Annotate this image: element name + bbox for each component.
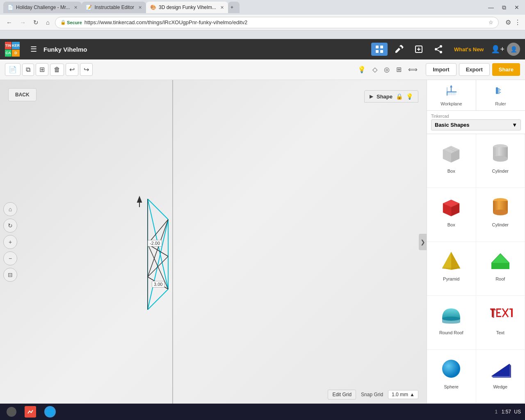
- svg-marker-87: [491, 364, 509, 376]
- viewport-collapse-button[interactable]: ❯: [419, 234, 427, 250]
- shape-item-box-grey[interactable]: Box: [427, 134, 476, 188]
- view-align-button[interactable]: ⊞: [394, 64, 404, 75]
- snap-grid-value[interactable]: 1.0 mm ▲: [388, 390, 418, 399]
- layers-button[interactable]: ⊟: [3, 268, 17, 282]
- viewport-background: [0, 80, 427, 404]
- redo-button[interactable]: ↪: [80, 63, 93, 76]
- bookmark-icon[interactable]: ☆: [488, 19, 493, 25]
- svg-line-14: [148, 219, 168, 310]
- duplicate-button[interactable]: ⊞: [36, 63, 48, 76]
- shape-visibility-button[interactable]: 💡: [406, 93, 413, 100]
- zoom-out-button[interactable]: −: [3, 251, 17, 265]
- view-normal-button[interactable]: 💡: [355, 64, 368, 75]
- shape-item-pyramid-yellow[interactable]: Pyramid: [427, 242, 476, 296]
- restore-button[interactable]: ⧉: [500, 3, 509, 12]
- export-button[interactable]: Export: [459, 63, 490, 76]
- measure-bottom: 3.00: [152, 281, 164, 288]
- shape-thumb-roof-green: [486, 247, 514, 275]
- home-button[interactable]: ⌂: [44, 18, 52, 27]
- top-nav: TIN KER CA D ☰ Funky Vihelmo: [0, 39, 525, 59]
- view-controls-left: ⌂ ↻ + − ⊟: [3, 202, 17, 282]
- tab-instructable[interactable]: 📝 Instructable Editor ✕: [82, 2, 146, 13]
- shape-item-round-roof[interactable]: Round Roof: [427, 296, 476, 349]
- view-xray-button[interactable]: ◎: [381, 64, 392, 75]
- copy-button[interactable]: ⧉: [22, 64, 34, 76]
- export-button-nav[interactable]: [411, 43, 427, 56]
- tab-holiday[interactable]: 📄 Holiday Challenge - Mr... ✕: [3, 2, 82, 13]
- shape-item-cylinder-orange[interactable]: Cylinder: [476, 188, 525, 242]
- taskbar: 🌐 1 1:57 US: [0, 404, 525, 420]
- shape-item-roof-green[interactable]: Roof: [476, 242, 525, 296]
- back-button[interactable]: BACK: [8, 88, 37, 101]
- shape-header: ▶ Shape 🔒 💡: [364, 90, 418, 103]
- svg-marker-89: [509, 364, 511, 378]
- tab-title-instructable: Instructable Editor: [94, 5, 134, 10]
- extensions-icon[interactable]: ⚙: [505, 18, 511, 26]
- shape-item-wedge[interactable]: Wedge: [476, 350, 525, 404]
- action-buttons: Import Export Share: [426, 63, 520, 76]
- shape-item-cylinder-grey[interactable]: Cylinder: [476, 134, 525, 188]
- minimize-button[interactable]: —: [486, 3, 496, 12]
- zoom-in-button[interactable]: +: [3, 235, 17, 249]
- tab-close-instructable[interactable]: ✕: [138, 5, 142, 10]
- taskbar-region: US: [514, 409, 521, 415]
- dropdown-arrow-icon: ▼: [512, 122, 517, 128]
- shapes-category-dropdown[interactable]: Tinkercad Basic Shapes ▼: [427, 111, 525, 134]
- avatar[interactable]: 👤: [507, 43, 520, 56]
- edit-grid-button[interactable]: Edit Grid: [328, 390, 356, 399]
- delete-button[interactable]: 🗑: [50, 64, 64, 76]
- tab-tinkercad[interactable]: 🎨 3D design Funky Vihelm... ✕: [146, 2, 228, 13]
- shape-lock-button[interactable]: 🔒: [396, 93, 403, 100]
- category-select[interactable]: Basic Shapes ▼: [431, 119, 521, 130]
- shape-item-text[interactable]: Text: [476, 296, 525, 349]
- home-view-button[interactable]: ⌂: [3, 202, 17, 216]
- menu-icon[interactable]: ⋮: [514, 18, 521, 26]
- url-bar[interactable]: 🔒 Secure https://www.tinkercad.com/thing…: [55, 17, 499, 28]
- reload-button[interactable]: ↻: [31, 18, 41, 27]
- svg-marker-64: [451, 252, 460, 270]
- add-user-icon[interactable]: 👤+: [491, 45, 504, 54]
- shape-item-sphere[interactable]: Sphere: [427, 350, 476, 404]
- tab-new[interactable]: +: [228, 2, 240, 13]
- svg-rect-83: [509, 308, 513, 310]
- forward-button[interactable]: →: [18, 18, 28, 27]
- svg-marker-25: [137, 197, 142, 202]
- shape-name-roof-green: Roof: [495, 276, 505, 281]
- workplane-button[interactable]: Workplane: [427, 80, 476, 110]
- tab-close-tinkercad[interactable]: ✕: [220, 5, 224, 10]
- import-button[interactable]: Import: [426, 63, 456, 76]
- svg-point-85: [442, 360, 460, 378]
- view-mirror-button[interactable]: ⟺: [406, 64, 420, 75]
- ruler-icon: [494, 84, 507, 100]
- svg-point-62: [493, 210, 508, 215]
- viewport[interactable]: BACK ▶ Shape 🔒 💡 ⌂ ↻ + −: [0, 80, 427, 404]
- undo-button[interactable]: ↩: [66, 63, 78, 76]
- rotate-view-button[interactable]: ↻: [3, 219, 17, 233]
- close-button[interactable]: ✕: [512, 3, 522, 12]
- shape-header-icons: 🔒 💡: [396, 93, 413, 100]
- whats-new-button[interactable]: What's New: [450, 45, 488, 54]
- workplane-label: Workplane: [441, 101, 462, 106]
- svg-rect-28: [447, 87, 447, 91]
- back-button[interactable]: ←: [4, 18, 14, 27]
- tab-close-holiday[interactable]: ✕: [74, 5, 78, 10]
- tinkercad-logo: TIN KER CA D: [5, 42, 20, 57]
- new-design-button[interactable]: 📄: [5, 63, 21, 76]
- taskbar-app2[interactable]: 🌐: [42, 405, 58, 418]
- shapes-grid: Box: [427, 134, 525, 404]
- taskbar-start[interactable]: [4, 406, 19, 418]
- shape-header-title: Shape: [377, 94, 393, 100]
- share-button[interactable]: Share: [492, 63, 520, 76]
- shape-thumb-cylinder-orange: [486, 193, 514, 221]
- taskbar-time-badge: 1: [495, 409, 498, 415]
- hamburger-menu[interactable]: ☰: [27, 43, 40, 55]
- ruler-button[interactable]: Ruler: [476, 80, 525, 110]
- view-wireframe-button[interactable]: ◇: [370, 64, 380, 75]
- build-button[interactable]: [391, 43, 407, 56]
- shape-item-box-red[interactable]: Box: [427, 188, 476, 242]
- share-button-nav[interactable]: [430, 43, 447, 56]
- logo-cell-t: TIN: [5, 42, 11, 49]
- grid-view-button[interactable]: [371, 43, 388, 56]
- secure-label: Secure: [67, 20, 82, 25]
- taskbar-app1[interactable]: [22, 405, 39, 418]
